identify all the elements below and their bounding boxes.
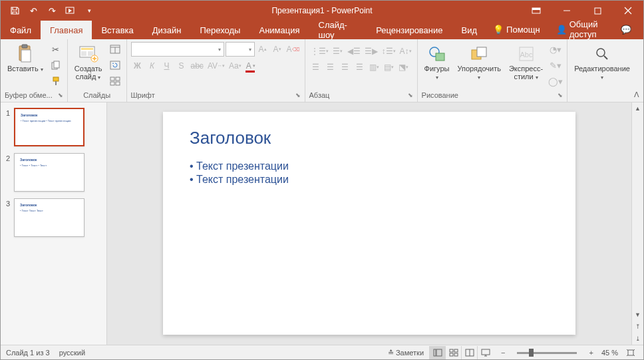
save-icon[interactable] [6, 2, 23, 19]
clear-formatting-icon[interactable]: A⌫ [285, 43, 301, 56]
fit-to-window-icon[interactable] [623, 349, 638, 357]
qat-customize-icon[interactable]: ▾ [80, 2, 98, 19]
comments-icon[interactable]: 💬 [614, 25, 638, 35]
tab-review[interactable]: Рецензирование [367, 21, 452, 39]
tab-view[interactable]: Вид [452, 21, 487, 39]
increase-font-icon[interactable]: A▴ [256, 43, 269, 56]
notes-button[interactable]: ≛ Заметки [388, 349, 424, 357]
shape-outline-icon[interactable]: ✎▾ [548, 58, 563, 73]
slide-canvas[interactable]: Заголовок Текст презентации Текст презен… [163, 112, 575, 335]
increase-indent-icon[interactable]: ☰▶ [363, 45, 379, 58]
bold-button[interactable]: Ж [131, 59, 144, 73]
layout-icon[interactable] [108, 42, 122, 57]
thumbnail-row: 3Заголовок• Текст Текст Текст [3, 198, 104, 237]
paste-button[interactable]: Вставить ▾ [5, 42, 46, 75]
cut-icon[interactable]: ✂ [49, 42, 63, 57]
prev-slide-icon[interactable]: ⤒ [632, 321, 643, 333]
slide-thumbnail[interactable]: Заголовок• Текст презентации • Текст пре… [14, 108, 84, 146]
text-direction-icon[interactable]: A↕▾ [399, 45, 413, 58]
minimize-icon[interactable] [552, 1, 582, 21]
slide-thumbnail[interactable]: Заголовок• Текст • Текст • Текст [14, 153, 84, 192]
tab-home[interactable]: Главная [41, 21, 92, 39]
group-paragraph: ⋮☰▾ ☰▾ ◀☰ ☰▶ ↕☰▾ A↕▾ ☰ ☰ ☰ ☰ ▥▾ ▤▾ ⬔▾ Аб… [305, 39, 418, 102]
numbering-icon[interactable]: ☰▾ [331, 45, 345, 58]
slide-bullet-1[interactable]: Текст презентации [190, 160, 549, 172]
ribbon: Вставить ▾ ✂ Буфер обме...⬊ Создать слай… [1, 39, 643, 102]
editing-button[interactable]: Редактирование▾ [571, 42, 633, 83]
smartart-icon[interactable]: ⬔▾ [397, 61, 410, 74]
font-color-button[interactable]: A▾ [244, 59, 257, 73]
slide-sorter-view-icon[interactable] [445, 346, 461, 359]
justify-icon[interactable]: ☰ [353, 61, 367, 74]
align-center-icon[interactable]: ☰ [324, 61, 337, 74]
format-painter-icon[interactable] [49, 74, 63, 89]
font-launcher-icon[interactable]: ⬊ [295, 92, 301, 98]
svg-rect-41 [450, 353, 453, 356]
zoom-level[interactable]: 45 % [601, 349, 618, 357]
slide-thumbnail[interactable]: Заголовок• Текст Текст Текст [14, 198, 84, 237]
decrease-font-icon[interactable]: A▾ [271, 43, 284, 56]
font-size-combo[interactable]: ▾ [226, 42, 255, 57]
clipboard-icon [15, 43, 36, 65]
tab-transitions[interactable]: Переходы [190, 21, 249, 39]
undo-icon[interactable]: ↶ [25, 2, 42, 19]
scroll-down-icon[interactable]: ▼ [632, 309, 643, 321]
tab-file[interactable]: Файл [1, 21, 41, 39]
maximize-icon[interactable] [582, 1, 613, 21]
tell-me-help[interactable]: 💡Помощн [486, 25, 547, 35]
clipboard-launcher-icon[interactable]: ⬊ [58, 92, 63, 98]
reset-icon[interactable] [108, 58, 122, 73]
paragraph-launcher-icon[interactable]: ⬊ [408, 92, 413, 98]
align-text-icon[interactable]: ▤▾ [383, 61, 396, 74]
close-icon[interactable] [613, 1, 643, 21]
shape-fill-icon[interactable]: ◔▾ [548, 42, 563, 57]
slideshow-view-icon[interactable] [477, 346, 493, 359]
scroll-up-icon[interactable]: ▲ [632, 102, 643, 114]
line-spacing-icon[interactable]: ↕☰▾ [381, 45, 397, 58]
tab-slideshow[interactable]: Слайд-шоу [309, 21, 367, 39]
copy-icon[interactable] [49, 58, 63, 73]
arrange-button[interactable]: Упорядочить▾ [454, 42, 503, 83]
shape-effects-icon[interactable]: ◯▾ [548, 74, 563, 89]
new-slide-button[interactable]: Создать слайд ▾ [72, 42, 105, 83]
zoom-slider-thumb[interactable] [529, 349, 534, 357]
slide-title-text[interactable]: Заголовок [190, 128, 549, 148]
char-spacing-button[interactable]: AV↔▾ [206, 59, 226, 73]
font-family-combo[interactable]: ▾ [131, 42, 224, 57]
quick-styles-button[interactable]: Abc Экспресс- стили ▾ [506, 42, 546, 83]
share-button[interactable]: 👤Общий доступ [550, 19, 611, 39]
columns-icon[interactable]: ▥▾ [368, 61, 381, 74]
tab-insert[interactable]: Вставка [92, 21, 142, 39]
redo-icon[interactable]: ↷ [43, 2, 61, 19]
svg-rect-24 [110, 61, 120, 69]
drawing-launcher-icon[interactable]: ⬊ [558, 92, 563, 98]
collapse-ribbon-icon[interactable]: ᐱ [634, 90, 639, 99]
slide-bullet-2[interactable]: Текст презентации [190, 174, 549, 186]
next-slide-icon[interactable]: ⤓ [632, 333, 643, 345]
underline-button[interactable]: Ч [160, 59, 174, 73]
zoom-slider[interactable] [517, 352, 577, 354]
section-icon[interactable] [108, 74, 122, 89]
slide-counter[interactable]: Слайд 1 из 3 [6, 349, 50, 357]
align-right-icon[interactable]: ☰ [339, 61, 352, 74]
decrease-indent-icon[interactable]: ◀☰ [346, 45, 362, 58]
bullets-icon[interactable]: ⋮☰▾ [309, 45, 330, 58]
align-left-icon[interactable]: ☰ [309, 61, 323, 74]
zoom-out-button[interactable]: − [498, 349, 508, 357]
italic-button[interactable]: К [146, 59, 159, 73]
language-indicator[interactable]: русский [59, 349, 85, 357]
strikethrough-button[interactable]: abc [190, 59, 205, 73]
start-from-beginning-icon[interactable] [62, 2, 79, 19]
slide-editor[interactable]: Заголовок Текст презентации Текст презен… [107, 102, 631, 345]
tab-animation[interactable]: Анимация [249, 21, 309, 39]
shapes-button[interactable]: Фигуры▾ [422, 42, 452, 83]
svg-rect-39 [450, 349, 453, 352]
zoom-in-button[interactable]: + [586, 349, 595, 357]
normal-view-icon[interactable] [429, 346, 445, 359]
text-shadow-button[interactable]: S [175, 59, 188, 73]
tab-design[interactable]: Дизайн [143, 21, 191, 39]
vertical-scrollbar[interactable]: ▲ ▼ ⤒ ⤓ [631, 102, 643, 345]
change-case-button[interactable]: Aa▾ [228, 59, 243, 73]
reading-view-icon[interactable] [461, 346, 477, 359]
ribbon-display-icon[interactable] [521, 1, 552, 21]
